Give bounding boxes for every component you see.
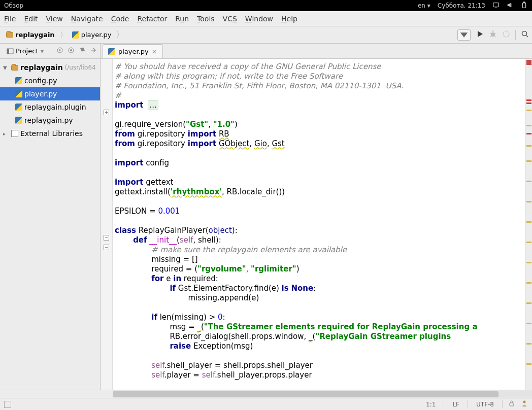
error-marker[interactable] [526,102,531,104]
folder-icon [6,32,13,38]
error-marker[interactable] [526,99,531,101]
ide-window: File Edit View Navigate Code Refactor Ru… [0,11,532,410]
svg-rect-1 [523,3,526,8]
search-everywhere-button[interactable] [521,30,529,40]
warning-marker[interactable] [526,181,531,182]
chevron-right-icon: 〉 [115,30,124,40]
editor-gutter[interactable]: + − − [101,59,113,390]
library-icon [11,130,18,137]
menu-vcs[interactable]: VCS [223,15,237,23]
settings-icon[interactable] [79,47,86,55]
svg-rect-0 [493,3,499,7]
menu-file[interactable]: File [4,15,16,23]
project-panel-header: Project ▼ [0,44,100,59]
run-button[interactable] [476,30,484,40]
python-file-icon [15,104,22,111]
menu-run[interactable]: Run [175,15,189,23]
warning-marker[interactable] [526,242,531,243]
project-tree: ▼ replaygain (/usr/lib64 config.py playe… [0,59,100,142]
horizontal-scrollbar[interactable] [0,390,532,398]
svg-point-5 [522,31,527,36]
run-config-dropdown[interactable] [457,29,471,41]
warning-marker[interactable] [526,262,531,263]
warning-marker[interactable] [526,282,531,284]
warning-marker[interactable] [526,363,531,365]
warning-marker[interactable] [526,110,531,111]
svg-point-4 [503,31,509,37]
keyboard-lang-indicator[interactable]: en ▾ [418,2,430,9]
tree-external-libraries[interactable]: ▸ External Libraries [0,127,100,140]
editor-tab-player[interactable]: player.py × [103,44,163,58]
tree-file-plugin[interactable]: replaygain.plugin [0,100,100,114]
fold-collapse-icon[interactable]: − [104,235,109,241]
project-view-selector[interactable]: Project ▼ [3,46,47,56]
breadcrumb-file[interactable]: player.py [69,30,115,40]
warning-marker[interactable] [526,302,531,304]
menu-refactor[interactable]: Refactor [137,15,167,23]
close-tab-icon[interactable]: × [152,48,157,55]
clock-label[interactable]: Суббота, 21:13 [438,2,485,9]
chevron-right-icon: 〉 [59,30,68,40]
accessibility-icon[interactable] [492,2,500,10]
fold-expand-icon[interactable]: + [104,110,109,115]
warning-marker[interactable] [526,201,531,202]
hector-inspection-icon[interactable] [521,400,528,408]
warning-marker[interactable] [526,160,531,162]
volume-icon[interactable] [507,2,514,10]
navigation-bar: replaygain 〉 player.py 〉 [0,26,532,44]
svg-rect-7 [7,49,9,54]
tree-root-folder[interactable]: ▼ replaygain (/usr/lib64 [0,61,100,74]
menu-bar: File Edit View Navigate Code Refactor Ru… [0,11,532,26]
hide-panel-icon[interactable] [90,47,97,55]
svg-rect-11 [510,403,514,406]
editor-area: player.py × + − − # You should have rece… [101,44,532,390]
warning-marker[interactable] [526,125,531,126]
separator [515,30,516,40]
warning-marker[interactable] [526,145,531,147]
svg-point-3 [491,32,495,37]
project-tool-window: Project ▼ ▼ replaygain (/usr/lib64 [0,44,101,390]
svg-point-10 [71,50,72,51]
menu-help[interactable]: Help [281,15,297,23]
error-marker[interactable] [526,133,531,134]
tree-file-player[interactable]: player.py [0,87,100,100]
tree-file-config[interactable]: config.py [0,74,100,87]
editor-tab-bar: player.py × [101,44,532,59]
readonly-lock-icon[interactable] [509,400,515,408]
python-file-icon [15,90,22,97]
menu-navigate[interactable]: Navigate [71,15,103,23]
svg-rect-2 [523,2,525,3]
tree-file-replaygain[interactable]: replaygain.py [0,114,100,127]
warning-marker[interactable] [526,323,531,324]
python-file-icon [15,117,22,124]
os-top-bar: Обзор en ▾ Суббота, 21:13 [0,0,532,11]
svg-point-12 [523,401,526,403]
python-file-icon [108,48,115,55]
warning-marker[interactable] [526,343,531,345]
collapse-all-icon[interactable] [56,47,63,55]
breadcrumb-root[interactable]: replaygain [3,30,58,40]
error-stripe[interactable] [525,59,532,390]
menu-window[interactable]: Window [245,15,273,23]
menu-tools[interactable]: Tools [197,15,215,23]
file-encoding[interactable]: UTF-8 [474,401,496,408]
status-bar: 1:1 LF UTF-8 [0,398,532,410]
python-file-icon [15,77,22,84]
stop-button[interactable] [502,30,510,40]
scrollbar-thumb[interactable] [113,391,498,397]
menu-view[interactable]: View [46,15,63,23]
menu-code[interactable]: Code [111,15,129,23]
tool-window-quick-access-icon[interactable] [4,401,11,408]
menu-edit[interactable]: Edit [24,15,38,23]
warning-marker[interactable] [526,221,531,223]
error-summary-marker[interactable] [526,60,531,65]
line-separator[interactable]: LF [450,401,461,408]
code-editor[interactable]: # You should have received a copy of the… [113,59,525,390]
debug-button[interactable] [489,30,497,40]
scroll-to-source-icon[interactable] [68,47,75,55]
folder-icon [11,65,18,71]
activities-label[interactable]: Обзор [4,2,418,9]
fold-collapse-icon[interactable]: − [104,245,109,250]
battery-icon[interactable] [521,2,528,10]
caret-position[interactable]: 1:1 [424,401,438,408]
